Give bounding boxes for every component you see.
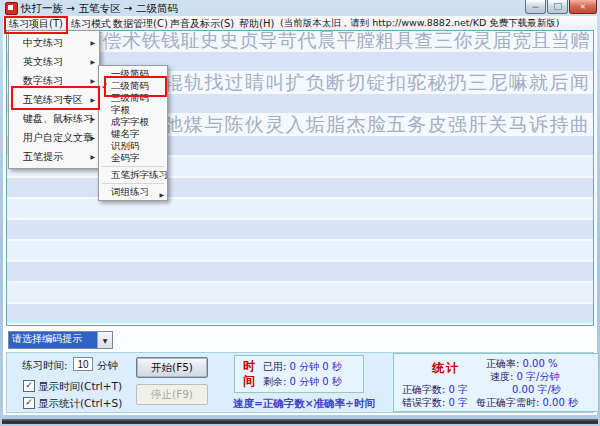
show-stats-checkbox[interactable]: ✓ [23,397,35,409]
submenu-arrow-icon: ▶ [90,109,95,128]
menu-item-wubi-hint[interactable]: 五笔提示▶ [9,147,99,166]
speed-value-cpm: 0 字/分钟 [517,371,560,382]
submenu-arrow-icon: ▶ [90,128,95,147]
start-button[interactable]: 开始(F5) [136,357,208,378]
annotation-box-level2-code [104,76,167,97]
time-used-value: 0 分钟 0 秒 [290,361,342,372]
show-time-label: 显示时间(Ctrl+T) [38,380,122,394]
empty-row [7,178,593,199]
correct-count-row: 正确字数: 0 字 [402,383,468,397]
submenu-arrow-icon: ▶ [159,189,164,201]
time-used-row: 已用: 0 分钟 0 秒 [263,360,342,374]
combobox-selected-value: 请选择编码提示 [9,332,97,348]
submenu-item-split-char-practice[interactable]: 五笔拆字练习 [99,169,167,181]
speed-formula: 速度=正确字数×准确率÷时间 [233,397,375,411]
empty-row [7,199,593,220]
submenu-arrow-icon: ▶ [90,147,95,166]
time-remaining-row: 剩余: 0 分钟 0 秒 [263,375,342,389]
stats-panel: 统计 正确率: 0.00 % 速度: 0 字/分钟 0.00 字/秒 正确字数:… [393,353,599,412]
window-title: 快打一族 → 五笔专区 → 二级简码 [21,2,178,16]
wrong-count-value: 0 字 [449,397,469,408]
maximize-button[interactable] [547,0,568,14]
correct-count-value: 0 字 [449,384,469,395]
menu-item-chinese-practice[interactable]: 中文练习▶ [9,33,99,52]
time-panel-title-bottom: 间 [243,373,255,390]
empty-row [7,220,593,241]
app-icon [5,2,18,15]
menu-item-keyboard-mouse[interactable]: 键盘、鼠标练习▶ [9,109,99,128]
target-text-line: 面偿术铁钱耻史史贞导苛代晨平膛粗具查三你灵届宽且当赠 [83,31,590,50]
minimize-button[interactable]: — [525,0,546,14]
accuracy-row: 正确率: 0.00 % [486,357,558,371]
submenu-item-key-name-chars[interactable]: 键名字 [99,128,167,140]
minutes-label: 分钟 [97,359,118,373]
window-controls: — ✕ [524,0,597,13]
submenu-item-id-code[interactable]: 识别码 [99,140,167,152]
window-bottom-edge [2,419,598,424]
empty-row [7,283,593,304]
menu-item-english-practice[interactable]: 英文练习▶ [9,52,99,71]
target-text-line: 辊轨找过睛叫扩负断切锭扣驼秘扔三尼嘛就后闻 [164,73,590,92]
per-char-time-row: 每正确字需时: 0.00 秒 [476,396,578,410]
submenu-item-radicals[interactable]: 字根 [99,104,167,116]
practice-time-input[interactable] [73,357,93,371]
show-time-checkbox[interactable]: ✓ [23,380,35,392]
code-hint-combobox[interactable]: 请选择编码提示 ▼ [8,331,113,349]
annotation-box-practice-items [4,16,68,34]
stop-button: 停止(F9) [136,384,208,405]
empty-row [7,304,593,325]
annotation-box-wubi-zone [11,86,100,110]
wrong-count-row: 错误字数: 0 字 [402,396,468,410]
submenu-item-char-radicals[interactable]: 成字字根 [99,116,167,128]
accuracy-value: 0.00 % [523,358,558,369]
submenu-item-full-code-chars[interactable]: 全码字 [99,152,167,164]
time-remaining-value: 0 分钟 0 秒 [290,376,342,387]
menu-separator [102,183,164,184]
close-icon: ✕ [580,3,586,11]
target-text-line: 弛煤与陈伙灵入垢脂杰脸五务皮强肝关马诉持曲 [164,115,590,134]
chevron-down-icon: ▼ [103,337,108,344]
minimize-icon: — [532,3,539,11]
empty-row [7,262,593,283]
title-bar: 快打一族 → 五笔专区 → 二级简码 — ✕ [0,0,600,16]
submenu-item-phrase-practice[interactable]: 词组练习▶ [99,186,167,198]
practice-time-label: 练习时间: [22,359,68,373]
show-stats-label: 显示统计(Ctrl+S) [38,397,122,411]
empty-row [7,241,593,262]
combobox-dropdown-button[interactable]: ▼ [97,332,112,348]
menu-item-custom-article[interactable]: 用户自定义文章▶ [9,128,99,147]
close-button[interactable]: ✕ [569,0,597,14]
maximize-icon [554,3,562,10]
speed-value-cps: 0.00 字/秒 [512,383,561,397]
bottom-control-panel: 练习时间: 分钟 开始(F5) 停止(F9) ✓ 显示时间(Ctrl+T) ✓ … [6,352,594,413]
submenu-arrow-icon: ▶ [90,33,95,52]
menu-separator [102,166,164,167]
time-panel: 时 间 已用: 0 分钟 0 秒 剩余: 0 分钟 0 秒 [234,355,364,393]
speed-row: 速度: 0 字/分钟 [490,370,559,384]
stats-title: 统计 [432,360,460,377]
submenu-arrow-icon: ▶ [90,52,95,71]
per-char-time-value: 0.00 秒 [543,397,578,408]
